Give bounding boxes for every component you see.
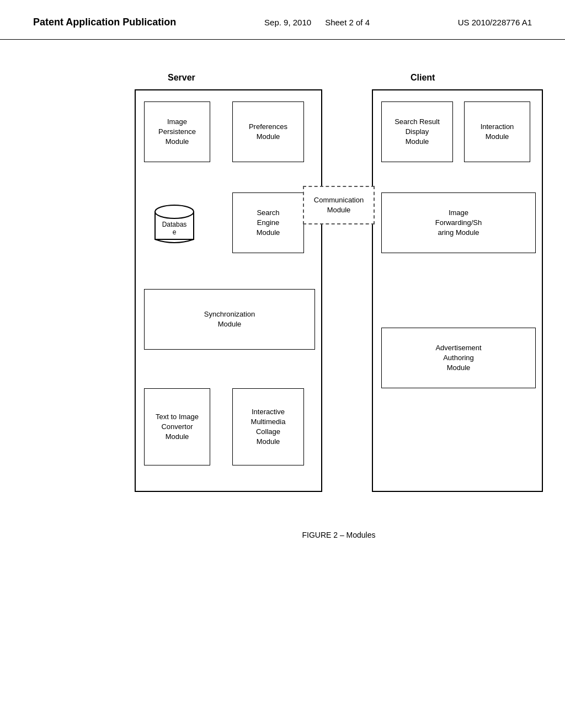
module-image-persistence: ImagePersistenceModule [144, 101, 210, 162]
module-search-result-display: Search ResultDisplayModule [381, 101, 453, 162]
module-text-to-image: Text to ImageConvertorModule [144, 388, 210, 465]
module-preferences: PreferencesModule [232, 101, 304, 162]
svg-text:e: e [173, 228, 177, 236]
header-title: Patent Application Publication [33, 17, 176, 28]
header-patent: US 2010/228776 A1 [458, 18, 532, 27]
svg-point-1 [155, 205, 194, 218]
figure-caption: FIGURE 2 – Modules [113, 531, 565, 539]
module-search-engine: SearchEngineModule [232, 192, 304, 253]
module-synchronization: SynchronizationModule [144, 289, 315, 350]
module-interaction: InteractionModule [464, 101, 530, 162]
client-box: Search ResultDisplayModule InteractionMo… [372, 89, 543, 492]
diagram-wrapper: Server Client ImagePersistenceModule Pre… [113, 73, 565, 520]
module-image-forwarding: ImageForwarding/Sharing Module [381, 192, 536, 253]
diagram-area: Server Client ImagePersistenceModule Pre… [113, 73, 565, 539]
svg-text:Databas: Databas [162, 221, 187, 228]
page: Patent Application Publication Sep. 9, 2… [0, 0, 565, 728]
module-communication: CommunicationModule [303, 186, 375, 224]
module-interactive-multimedia: InteractiveMultimediaCollageModule [232, 388, 304, 465]
module-advertisement-authoring: AdvertisementAuthoringModule [381, 328, 536, 388]
module-database: Databas e [144, 192, 205, 253]
server-label: Server [168, 73, 195, 83]
header-date: Sep. 9, 2010 Sheet 2 of 4 [264, 18, 370, 27]
server-box: ImagePersistenceModule PreferencesModule [135, 89, 322, 492]
database-cylinder-icon: Databas e [150, 198, 199, 248]
client-label: Client [411, 73, 435, 83]
header: Patent Application Publication Sep. 9, 2… [0, 0, 565, 40]
